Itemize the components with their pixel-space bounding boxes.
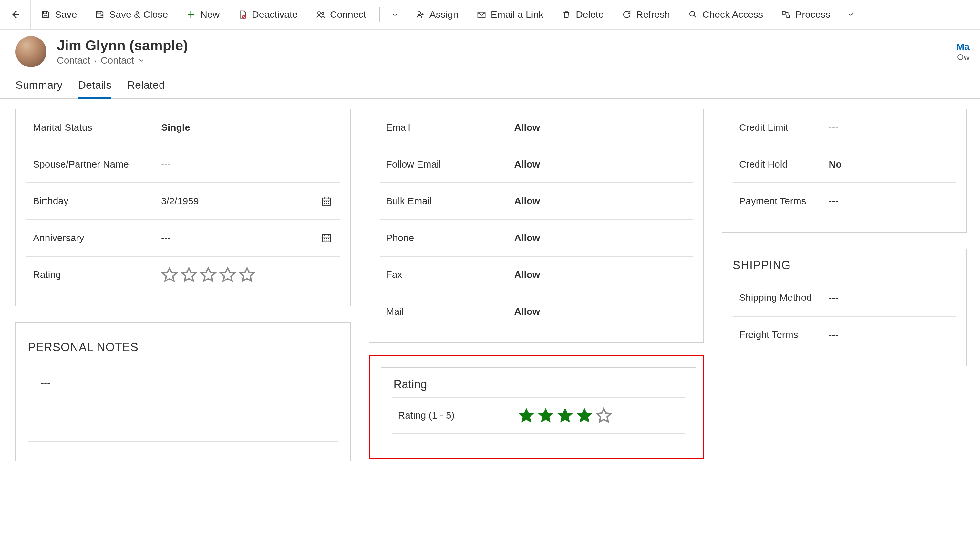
save-label: Save bbox=[55, 9, 77, 20]
star-4[interactable] bbox=[576, 407, 593, 424]
shipping-method-label: Shipping Method bbox=[733, 291, 829, 304]
contact-avatar[interactable] bbox=[15, 36, 47, 67]
star-4[interactable] bbox=[219, 266, 236, 283]
new-label: New bbox=[200, 9, 220, 20]
command-bar: Save Save & Close New Deactivate Connect… bbox=[0, 0, 980, 30]
personal-rating-label: Rating bbox=[27, 268, 161, 282]
svg-rect-6 bbox=[782, 11, 785, 14]
record-form-name: Contact bbox=[101, 55, 134, 66]
assign-button[interactable]: Assign bbox=[407, 0, 467, 29]
save-close-label: Save & Close bbox=[109, 9, 168, 20]
shipping-card: SHIPPING Shipping Method --- Freight Ter… bbox=[722, 249, 967, 366]
star-5[interactable] bbox=[596, 407, 612, 424]
payment-terms-value[interactable]: --- bbox=[829, 196, 838, 207]
spouse-label: Spouse/Partner Name bbox=[27, 158, 161, 171]
email-link-button[interactable]: Email a Link bbox=[468, 0, 552, 29]
svg-point-2 bbox=[322, 12, 324, 15]
pref-mail-value[interactable]: Allow bbox=[514, 306, 693, 317]
delete-label: Delete bbox=[576, 9, 604, 20]
connect-icon bbox=[316, 10, 326, 19]
star-2[interactable] bbox=[180, 266, 197, 283]
pref-mail-label: Mail bbox=[380, 305, 514, 318]
tab-summary[interactable]: Summary bbox=[15, 79, 62, 98]
refresh-button[interactable]: Refresh bbox=[613, 0, 678, 29]
tab-related[interactable]: Related bbox=[127, 79, 165, 98]
shipping-title: SHIPPING bbox=[733, 250, 956, 279]
owner-label-fragment: Ow bbox=[956, 52, 970, 62]
star-5[interactable] bbox=[239, 266, 255, 283]
star-1[interactable] bbox=[518, 407, 535, 424]
chevron-down-icon bbox=[138, 57, 145, 64]
personal-notes-value[interactable]: --- bbox=[28, 361, 338, 442]
anniversary-label: Anniversary bbox=[27, 232, 161, 245]
marital-status-label: Marital Status bbox=[27, 121, 161, 134]
header-owner-block: Ma Ow bbox=[956, 41, 972, 62]
svg-point-1 bbox=[318, 12, 320, 14]
birthday-value[interactable]: 3/2/1959 bbox=[161, 196, 199, 207]
rating-field-label: Rating (1 - 5) bbox=[392, 409, 518, 422]
back-button[interactable] bbox=[0, 0, 31, 29]
pref-follow-label: Follow Email bbox=[380, 158, 514, 171]
tab-details[interactable]: Details bbox=[78, 79, 112, 98]
personal-rating-stars[interactable] bbox=[161, 266, 255, 283]
svg-point-5 bbox=[690, 11, 695, 16]
record-title: Jim Glynn (sample) bbox=[57, 37, 188, 53]
marital-status-value[interactable]: Single bbox=[161, 122, 340, 133]
svg-rect-7 bbox=[787, 15, 790, 18]
check-access-button[interactable]: Check Access bbox=[680, 0, 771, 29]
chevron-down-icon bbox=[391, 10, 399, 19]
email-icon bbox=[477, 10, 486, 19]
billing-card: Credit Limit --- Credit Hold No Payment … bbox=[722, 109, 967, 233]
save-close-button[interactable]: Save & Close bbox=[87, 0, 176, 29]
pref-fax-value[interactable]: Allow bbox=[514, 269, 693, 280]
connect-label: Connect bbox=[330, 9, 366, 20]
anniversary-date-picker[interactable] bbox=[321, 232, 332, 243]
connect-split-chevron[interactable] bbox=[384, 10, 406, 19]
pref-email-value[interactable]: Allow bbox=[514, 122, 693, 133]
pref-bulk-label: Bulk Email bbox=[380, 195, 514, 208]
star-3[interactable] bbox=[557, 407, 573, 424]
spouse-value[interactable]: --- bbox=[161, 159, 171, 170]
process-icon bbox=[781, 10, 791, 19]
star-3[interactable] bbox=[200, 266, 217, 283]
freight-terms-value[interactable]: --- bbox=[829, 329, 838, 340]
process-split-chevron[interactable] bbox=[840, 10, 861, 19]
rating-stars[interactable] bbox=[518, 407, 612, 424]
check-access-label: Check Access bbox=[702, 9, 763, 20]
pref-phone-value[interactable]: Allow bbox=[514, 232, 693, 243]
credit-hold-label: Credit Hold bbox=[733, 158, 829, 171]
deactivate-label: Deactivate bbox=[252, 9, 298, 20]
anniversary-value[interactable]: --- bbox=[161, 232, 171, 243]
back-arrow-icon bbox=[10, 9, 21, 20]
payment-terms-label: Payment Terms bbox=[733, 195, 829, 208]
star-2[interactable] bbox=[537, 407, 554, 424]
deactivate-button[interactable]: Deactivate bbox=[229, 0, 306, 29]
process-button[interactable]: Process bbox=[773, 0, 838, 29]
contact-preferences-card: Email Allow Follow Email Allow Bulk Emai… bbox=[369, 109, 704, 343]
rating-section-title: Rating bbox=[392, 368, 686, 397]
credit-limit-value[interactable]: --- bbox=[829, 122, 838, 133]
star-1[interactable] bbox=[161, 266, 178, 283]
personal-notes-card: PERSONAL NOTES --- bbox=[15, 322, 351, 461]
pref-bulk-value[interactable]: Allow bbox=[514, 196, 693, 207]
shipping-method-value[interactable]: --- bbox=[829, 292, 838, 303]
credit-hold-value[interactable]: No bbox=[829, 159, 956, 170]
birthday-label: Birthday bbox=[27, 195, 161, 208]
connect-button[interactable]: Connect bbox=[307, 0, 374, 29]
pref-follow-value[interactable]: Allow bbox=[514, 159, 693, 170]
record-header: Jim Glynn (sample) Contact · Contact Ma … bbox=[0, 30, 980, 70]
owner-link-fragment[interactable]: Ma bbox=[956, 41, 970, 52]
save-button[interactable]: Save bbox=[32, 0, 85, 29]
form-selector-chevron[interactable] bbox=[138, 57, 145, 64]
email-link-label: Email a Link bbox=[491, 9, 543, 20]
command-separator bbox=[379, 7, 380, 22]
birthday-date-picker[interactable] bbox=[321, 196, 332, 207]
delete-button[interactable]: Delete bbox=[553, 0, 612, 29]
pref-phone-label: Phone bbox=[380, 232, 514, 245]
credit-limit-label: Credit Limit bbox=[733, 121, 829, 134]
pref-email-label: Email bbox=[380, 121, 514, 134]
separator-dot: · bbox=[94, 55, 97, 66]
trash-icon bbox=[561, 10, 571, 19]
plus-icon bbox=[186, 10, 196, 19]
new-button[interactable]: New bbox=[178, 0, 228, 29]
